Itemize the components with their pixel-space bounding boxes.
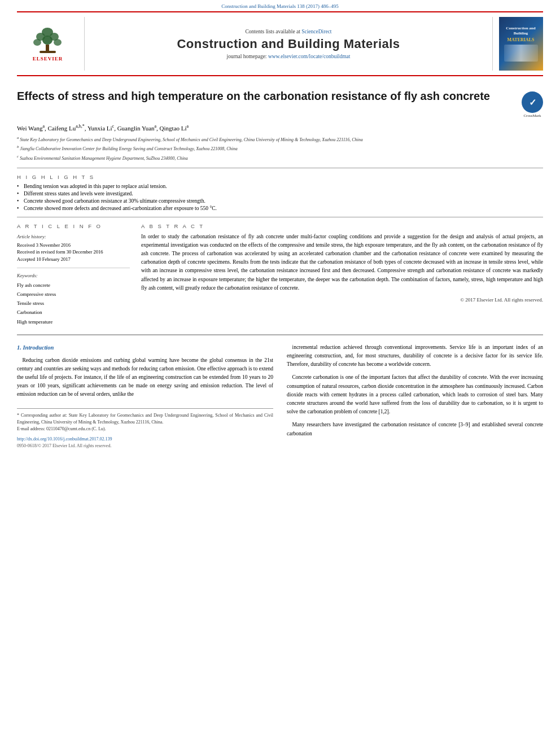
- footnote-section: * Corresponding author at: State Key Lab…: [17, 408, 273, 451]
- elsevier-tree-icon: [29, 27, 66, 55]
- highlight-4: Concrete showed more defects and decreas…: [17, 206, 543, 211]
- keyword-1: Fly ash concrete: [17, 281, 130, 290]
- body-para-right-2: Concrete carbonation is one of the impor…: [287, 373, 543, 416]
- author-guanglin-yuan: Guanglin Yuana: [117, 125, 156, 132]
- keywords-label: Keywords:: [17, 273, 130, 278]
- article-info-label: A R T I C L E I N F O: [17, 223, 130, 229]
- author-qingtao-li: Qingtao Lia: [160, 125, 189, 132]
- highlights-label: H I G H L I G H T S: [17, 174, 543, 180]
- body-para-right-3: Many researchers have investigated the c…: [287, 421, 543, 438]
- crossmark-icon: ✓: [522, 91, 543, 113]
- article-info-column: A R T I C L E I N F O Article history: R…: [17, 223, 130, 326]
- page: Construction and Building Materials 138 …: [0, 0, 560, 747]
- article-body: Effects of stress and high temperature o…: [0, 76, 560, 461]
- divider-info-1: [17, 268, 130, 268]
- elsevier-logo: ELSEVIER: [17, 17, 85, 71]
- contents-available-line: Contents lists available at ScienceDirec…: [245, 29, 331, 34]
- keyword-5: High temperature: [17, 317, 130, 326]
- keywords-list: Fly ash concrete Compressive stress Tens…: [17, 281, 130, 326]
- author-wei-wang: Wei Wanga: [17, 125, 45, 132]
- journal-cover-image: Construction and Building MATERIALS: [492, 17, 543, 71]
- doi-bar: Construction and Building Materials 138 …: [0, 0, 560, 11]
- author-caifeng-lu: Caifeng Lua,b,*: [47, 125, 84, 132]
- affiliations: a State Key Laboratory for Geomechanics …: [17, 135, 543, 162]
- abstract-label: A B S T R A C T: [141, 223, 543, 229]
- cover-title: Construction and Building: [501, 26, 541, 36]
- journal-url[interactable]: www.elsevier.com/locate/conbuildmat: [268, 54, 351, 59]
- keyword-4: Carbonation: [17, 308, 130, 317]
- footnote-doi: http://dx.doi.org/10.1016/j.conbuildmat.…: [17, 436, 273, 443]
- authors-line: Wei Wanga, Caifeng Lua,b,*, Yunxia Lic, …: [17, 124, 543, 132]
- svg-rect-7: [40, 51, 56, 53]
- highlights-section: H I G H L I G H T S Bending tension was …: [17, 174, 543, 211]
- cover-box: Construction and Building MATERIALS: [499, 17, 543, 71]
- crossmark-badge[interactable]: ✓ CrossMark: [522, 91, 543, 118]
- divider-1: [17, 168, 543, 168]
- journal-homepage: journal homepage: www.elsevier.com/locat…: [227, 54, 351, 59]
- body-section: 1. Introduction Reducing carbon dioxide …: [17, 343, 543, 450]
- accepted-date: Accepted 10 February 2017: [17, 256, 130, 263]
- affil-a: a State Key Laboratory for Geomechanics …: [17, 135, 543, 143]
- body-column-left: 1. Introduction Reducing carbon dioxide …: [17, 343, 273, 450]
- abstract-column: A B S T R A C T In order to study the ca…: [141, 223, 543, 326]
- info-abstract-section: A R T I C L E I N F O Article history: R…: [17, 223, 543, 326]
- crossmark-label: CrossMark: [522, 113, 543, 118]
- abstract-text: In order to study the carbonation resist…: [141, 233, 543, 292]
- keyword-2: Compressive stress: [17, 290, 130, 299]
- article-title-section: Effects of stress and high temperature o…: [17, 89, 543, 118]
- elsevier-wordmark: ELSEVIER: [33, 56, 63, 62]
- divider-2: [17, 217, 543, 217]
- doi-text: Construction and Building Materials 138 …: [221, 3, 338, 9]
- highlight-1: Bending tension was adopted in this pape…: [17, 184, 543, 189]
- sciencedirect-link[interactable]: ScienceDirect: [301, 29, 331, 34]
- svg-rect-6: [46, 45, 49, 51]
- body-para-right-1: incremental reduction achieved through c…: [287, 343, 543, 369]
- body-column-right: incremental reduction achieved through c…: [287, 343, 543, 450]
- affil-c: c Suzhou Environmental Sanitation Manage…: [17, 154, 543, 162]
- journal-header: ELSEVIER Contents lists available at Sci…: [17, 11, 543, 76]
- section1-heading: 1. Introduction: [17, 343, 273, 353]
- svg-point-5: [42, 36, 53, 45]
- footnote-corresponding: * Corresponding author at: State Key Lab…: [17, 412, 273, 426]
- svg-point-3: [33, 39, 41, 46]
- body-para-1: Reducing carbon dioxide emissions and cu…: [17, 356, 273, 399]
- affil-b: b JiangSu Collaborative Innovation Cente…: [17, 144, 543, 152]
- keyword-3: Tensile stress: [17, 299, 130, 308]
- journal-main-title: Construction and Building Materials: [177, 37, 400, 51]
- highlight-2: Different stress states and levels were …: [17, 191, 543, 196]
- article-history-label: Article history:: [17, 234, 130, 239]
- author-yunxia-li: Yunxia Lic: [88, 125, 114, 132]
- revised-date: Received in revised form 30 December 201…: [17, 248, 130, 256]
- svg-point-4: [54, 39, 62, 46]
- article-title: Effects of stress and high temperature o…: [17, 89, 513, 103]
- received-date: Received 3 November 2016: [17, 242, 130, 249]
- copyright-line: © 2017 Elsevier Ltd. All rights reserved…: [141, 297, 543, 303]
- footnote-issn: 0950-0618/© 2017 Elsevier Ltd. All right…: [17, 443, 273, 450]
- highlight-3: Concrete showed good carbonation resista…: [17, 198, 543, 204]
- cover-materials-label: MATERIALS: [508, 37, 535, 42]
- journal-title-center: Contents lists available at ScienceDirec…: [85, 17, 492, 71]
- footnote-email: E-mail address: 02110470@cumt.edu.cn (C.…: [17, 426, 273, 433]
- divider-body: [17, 334, 543, 335]
